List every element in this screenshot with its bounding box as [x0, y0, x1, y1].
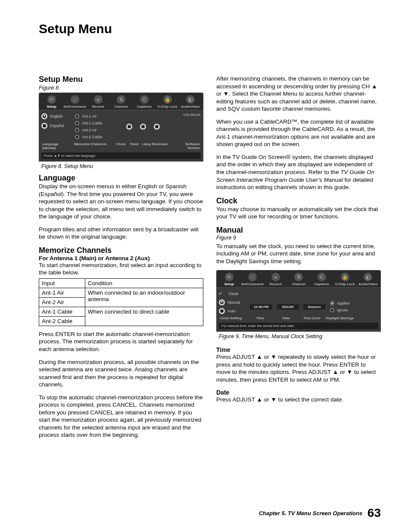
language-heading: Language: [39, 174, 203, 183]
up-arrow-icon: ▲: [371, 83, 377, 90]
figure-9-hint: For manual time, enter the actual time a…: [219, 323, 378, 329]
timer-icon: [140, 124, 146, 130]
cell-direct-cable: When connected to direct cable: [85, 307, 203, 326]
tab-captions: CCaptions: [133, 95, 156, 110]
cell-ant2-air: Ant-2 Air: [39, 297, 85, 307]
cablecard-paragraph: When you use a CableCARD™, the complete …: [216, 118, 381, 148]
date-heading: Date: [216, 389, 381, 396]
down-arrow-icon: ▼: [223, 90, 229, 97]
memorize-p2: During the memorization process, all pos…: [39, 358, 203, 389]
clock-icon: [126, 124, 132, 130]
cell-ant2-cable: Ant-2 Cable: [39, 316, 85, 326]
memorize-p1: Press ENTER to start the automatic chann…: [39, 330, 203, 353]
tv-tab-row: ⟳Setup ∩NetCommand ●Record ⇅Channel CCap…: [39, 93, 203, 110]
up-arrow-icon: ▲: [257, 396, 262, 403]
down-arrow-icon: ▼: [271, 396, 276, 403]
down-arrow-icon: ▼: [271, 354, 276, 360]
language-paragraph-1: Display the on-screen menus in either En…: [39, 183, 203, 221]
clock-heading: Clock: [216, 196, 381, 205]
figure-9-label: Figure 9: [216, 235, 381, 241]
tab-audiovideo: ◧AudioVideo: [179, 95, 202, 110]
page-footer: Chapter 5. TV Menu Screen Operations 63: [259, 506, 381, 520]
two-column-layout: Setup Menu Figure 8 ⟳Setup ∩NetCommand ●…: [39, 75, 381, 444]
cell-ant1-air: Ant-1 Air: [39, 288, 85, 297]
time-value: 12:00 PM: [250, 304, 272, 310]
th-condition: Condition: [85, 278, 203, 288]
figure-9-caption: Figure 9. Time Menu, Manual Clock Settin…: [219, 333, 381, 339]
cell-indoor-outdoor: When connected to an indoor/outdoor ante…: [85, 288, 203, 307]
radio-applies: [330, 301, 334, 305]
manual-paragraph: To manually set the clock, you need to s…: [216, 243, 381, 265]
input-condition-table: Input Condition Ant-1 Air When connected…: [39, 278, 203, 326]
clock-paragraph: You may choose to manually or automatica…: [216, 205, 381, 221]
tab-record: ●Record: [87, 95, 109, 110]
memorize-channels-heading: Memorize Channels: [39, 246, 203, 255]
page-title: Setup Menu: [39, 22, 381, 36]
radio-auto: [219, 308, 225, 314]
date-paragraph: Press ADJUST ▲ or ▼ to select the correc…: [216, 396, 381, 404]
figure-8-screenshot: ⟳Setup ∩NetCommand ●Record ⇅Channel CCap…: [39, 93, 203, 162]
time-heading: Time: [216, 346, 381, 353]
radio-ignore: [330, 308, 334, 312]
page: Setup Menu Setup Menu Figure 8 ⟳Setup ∩N…: [0, 0, 411, 532]
setup-menu-heading: Setup Menu: [39, 75, 203, 84]
right-column: After memorizing channels, the channels …: [216, 75, 381, 444]
after-memorizing-paragraph: After memorizing channels, the channels …: [216, 75, 381, 113]
radio-espanol: [41, 123, 47, 129]
up-arrow-icon: ▲: [257, 354, 262, 360]
software-version-value: V28 004.01: [177, 113, 201, 140]
tab-channel: ⇅Channel: [110, 95, 132, 110]
page-number: 63: [367, 506, 381, 520]
left-column: Setup Menu Figure 8 ⟳Setup ∩NetCommand ●…: [39, 75, 203, 444]
manual-heading: Manual: [216, 226, 381, 235]
radio-manual: [219, 299, 225, 305]
tab-vchip: 🔒V-Chip Lock: [156, 95, 179, 110]
language-paragraph-2: Program titles and other information sen…: [39, 226, 203, 241]
memorize-p3: To stop the automatic channel-memorizati…: [39, 394, 203, 439]
figure-9-screenshot: ⟳Setup ∩NetCommand ●Record ⇅Channel CCap…: [216, 270, 381, 332]
lamp-icon: [154, 124, 160, 130]
back-icon: ↶: [219, 292, 222, 296]
figure-8-hint: Press ▲▼ to select the language.: [41, 152, 201, 159]
up-arrow-icon: ▲: [333, 369, 338, 375]
chapter-label: Chapter 5. TV Menu Screen Operations: [259, 510, 363, 516]
time-paragraph: Press ADJUST ▲ or ▼ repeatedly to slowly…: [216, 353, 381, 383]
date-value: 5/01/05: [277, 304, 299, 310]
radio-english: [41, 113, 47, 119]
memorize-subheading: For Antenna 1 (Main) or Antenna 2 (Aux): [39, 255, 203, 261]
th-input: Input: [39, 278, 85, 288]
memorize-intro: To start channel memorization, first sel…: [39, 261, 203, 277]
tvguide-paragraph: In the TV Guide On Screen® system, the c…: [216, 153, 381, 191]
tab-netcommand: ∩NetCommand: [64, 95, 86, 110]
figure-8-caption: Figure 8. Setup Menu: [41, 163, 203, 169]
figure-8-label: Figure 8: [39, 85, 203, 91]
tab-setup: ⟳Setup: [40, 95, 63, 110]
timezone-value: Eastern: [303, 304, 326, 310]
cell-ant1-cable: Ant-1 Cable: [39, 307, 85, 316]
down-arrow-icon: ▼: [347, 369, 352, 375]
